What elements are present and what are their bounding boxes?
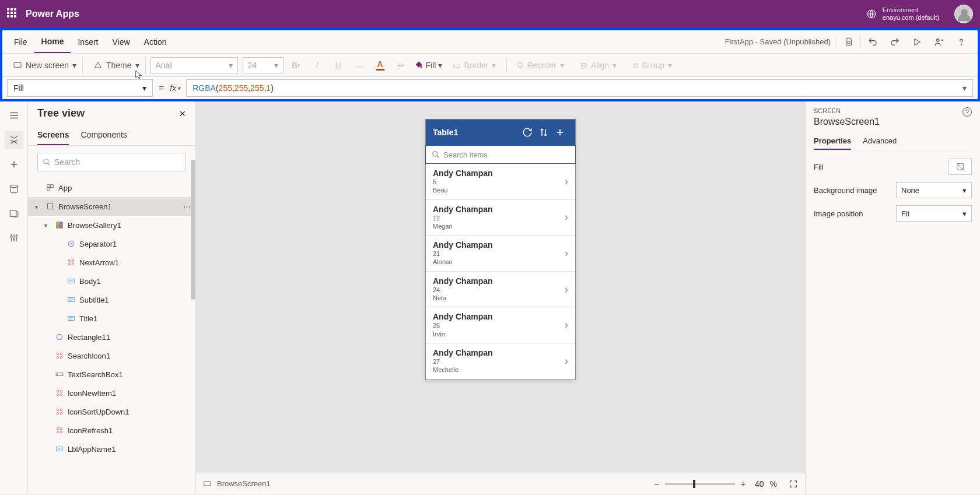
item-title: Andy Champan [433, 312, 565, 321]
svg-rect-4 [14, 62, 21, 67]
zoom-out-icon[interactable]: − [654, 479, 659, 489]
canvas-inner[interactable]: Table1 Search items Andy Champan5Beau›An… [196, 101, 805, 473]
menu-insert[interactable]: Insert [71, 30, 105, 53]
svg-rect-14 [47, 203, 52, 209]
align-objects-button[interactable]: ⊟Align▾ [575, 57, 622, 73]
font-size-select[interactable]: 24▾ [243, 57, 284, 73]
scrollbar[interactable] [191, 160, 195, 300]
zoom-slider[interactable] [665, 483, 735, 485]
app-checker-icon[interactable] [839, 33, 858, 51]
formula-input[interactable]: RGBA(255, 255, 255, 1) ▾ [186, 79, 973, 97]
expand-icon[interactable]: ▾ [44, 222, 51, 229]
menu-file[interactable]: File [7, 30, 34, 53]
align-icon[interactable]: ≡▾ [393, 57, 410, 73]
strike-icon[interactable]: — [351, 57, 368, 73]
fill-button[interactable]: Fill▾ [414, 61, 443, 70]
undo-icon[interactable] [863, 33, 882, 51]
data-icon[interactable] [5, 180, 23, 198]
node-icon [66, 239, 76, 248]
tree-node[interactable]: IconSortUpDown1 [28, 402, 195, 421]
tree-node[interactable]: TextSearchBox1 [28, 365, 195, 384]
group-button[interactable]: ⧈Group▾ [627, 57, 678, 73]
fullscreen-icon[interactable] [789, 479, 798, 489]
tree-view-icon[interactable] [5, 131, 23, 149]
list-item[interactable]: Andy Champan12Megan› [426, 200, 575, 236]
redo-icon[interactable] [886, 33, 904, 51]
tree-node[interactable]: Title1 [28, 309, 195, 328]
phone-search[interactable]: Search items [425, 145, 576, 164]
prop-imgpos-select[interactable]: Fit▾ [896, 205, 972, 222]
refresh-icon[interactable] [519, 124, 536, 141]
underline-icon[interactable]: U [330, 57, 346, 73]
help-icon[interactable] [952, 33, 971, 51]
list-item[interactable]: Andy Champan5Beau› [426, 164, 575, 200]
reorder-label: Reorder [527, 61, 556, 70]
user-avatar[interactable] [954, 5, 973, 23]
fx-icon[interactable]: fx▾ [170, 83, 180, 93]
svg-point-40 [60, 412, 62, 415]
list-item[interactable]: Andy Champan24Neta› [426, 272, 575, 308]
environment-block[interactable]: Environment enayu.com (default) [866, 5, 973, 23]
zoom-in-icon[interactable]: + [741, 479, 746, 489]
play-icon[interactable] [908, 33, 926, 51]
svg-point-8 [13, 238, 15, 240]
tree-node[interactable]: LblAppName1 [28, 440, 195, 458]
property-select[interactable]: Fill▾ [7, 79, 153, 97]
add-icon[interactable] [552, 124, 568, 141]
tree-node[interactable]: Rectangle11 [28, 328, 195, 346]
prop-fill-color[interactable] [949, 159, 972, 175]
hamburger-icon[interactable] [5, 106, 23, 125]
tree-search-input[interactable]: Search [37, 153, 186, 171]
sort-icon[interactable] [536, 124, 552, 141]
theme-button[interactable]: Theme ▾ [88, 57, 146, 73]
bold-icon[interactable]: B▾ [288, 57, 304, 73]
advanced-tools-icon[interactable] [5, 229, 23, 247]
tree-node[interactable]: IconRefresh1 [28, 421, 195, 440]
tree-node[interactable]: Body1 [28, 272, 195, 290]
font-select[interactable]: Arial▾ [150, 57, 238, 73]
list-item[interactable]: Andy Champan21Alonso› [426, 236, 575, 272]
align-label: Align [591, 61, 609, 70]
media-icon[interactable] [5, 204, 23, 223]
waffle-icon[interactable] [7, 8, 19, 20]
help-icon[interactable]: ? [963, 107, 972, 117]
svg-point-41 [57, 427, 59, 430]
property-name: Fill [13, 83, 24, 93]
tree-node[interactable]: SearchIcon1 [28, 346, 195, 365]
tree-node[interactable]: IconNewItem1 [28, 384, 195, 402]
prop-bgimage-select[interactable]: None▾ [896, 182, 972, 198]
tab-components[interactable]: Components [80, 125, 127, 145]
tree-node[interactable]: Subtitle1 [28, 290, 195, 309]
node-label: IconRefresh1 [68, 426, 113, 435]
tab-advanced[interactable]: Advanced [863, 133, 897, 150]
more-icon[interactable]: ⋯ [183, 202, 191, 211]
border-button[interactable]: ▭Border▾ [447, 57, 502, 73]
tree-node[interactable]: App [28, 178, 195, 197]
node-icon [66, 276, 76, 286]
new-screen-button[interactable]: New screen ▾ [7, 57, 83, 73]
tree-node[interactable]: ▾BrowseGallery1 [28, 216, 195, 234]
node-label: IconSortUpDown1 [68, 408, 130, 416]
tree-node[interactable]: Separator1 [28, 234, 195, 253]
insert-icon[interactable] [5, 155, 23, 174]
tree-node[interactable]: ▾BrowseScreen1⋯ [28, 197, 195, 216]
menu-view[interactable]: View [105, 30, 136, 53]
fill-label: Fill [426, 61, 436, 70]
reorder-button[interactable]: ⧉Reorder▾ [512, 57, 570, 73]
text-color-icon[interactable]: A [372, 57, 388, 73]
item-name: Neta [433, 294, 565, 302]
share-icon[interactable] [930, 33, 949, 51]
italic-icon[interactable]: I [309, 57, 326, 73]
expand-icon[interactable]: ▾ [35, 203, 42, 210]
node-icon [55, 388, 64, 398]
node-label: TextSearchBox1 [68, 370, 123, 379]
chevron-down-icon[interactable]: ▾ [963, 83, 967, 93]
menu-home[interactable]: Home [34, 30, 71, 53]
tab-properties[interactable]: Properties [814, 133, 851, 150]
tree-node[interactable]: NextArrow1 [28, 253, 195, 272]
list-item[interactable]: Andy Champan27Mechelle› [426, 343, 575, 380]
menu-action[interactable]: Action [137, 30, 174, 53]
tab-screens[interactable]: Screens [37, 125, 69, 145]
list-item[interactable]: Andy Champan26Irvin› [426, 307, 575, 343]
close-icon[interactable]: ✕ [179, 109, 186, 118]
